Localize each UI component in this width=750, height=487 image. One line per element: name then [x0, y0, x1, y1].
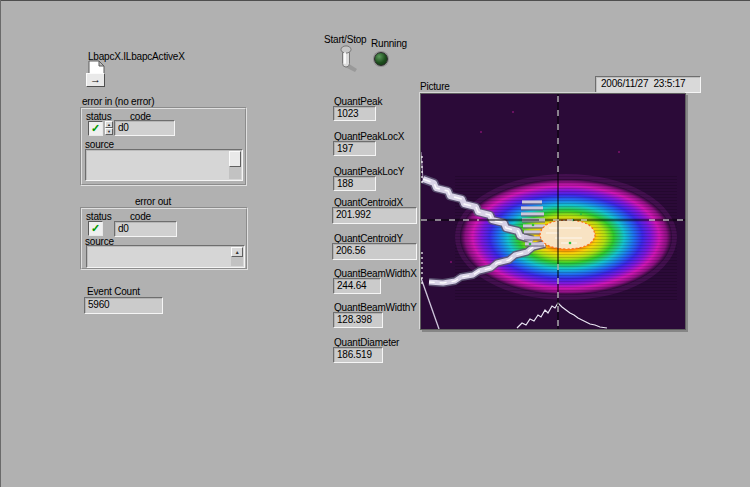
quant-peaklocx-field: 197 — [333, 141, 376, 156]
check-icon: ✓ — [91, 222, 100, 234]
start-stop-switch[interactable] — [334, 42, 360, 74]
automation-refnum-icon[interactable]: → — [85, 60, 109, 89]
spinner-up-icon[interactable]: ▲ — [105, 121, 113, 128]
timestamp-field: 2006/11/27 23:5:17 — [595, 76, 701, 93]
labview-front-panel: { "refnum": { "label": "LbapcX.ILbapcAct… — [0, 0, 750, 487]
error-out-cluster: status code ✓ d0 source ▲ — [80, 207, 248, 270]
running-led — [374, 52, 388, 66]
error-in-code-field[interactable]: d0 — [114, 120, 175, 136]
spinner-down-icon[interactable]: ▼ — [105, 128, 113, 135]
error-in-status-checkbox[interactable]: ✓ — [88, 121, 103, 136]
picture-label: Picture — [420, 81, 450, 92]
error-out-source-scrollbar[interactable]: ▲ — [231, 247, 243, 266]
quant-peak-field: 1023 — [333, 106, 376, 121]
scrollbar-thumb[interactable] — [229, 151, 241, 167]
error-in-source-scrollbar[interactable] — [229, 151, 241, 179]
window-top-edge — [0, 0, 750, 1]
error-in-cluster: status code ✓ ▲ ▼ d0 source — [80, 107, 247, 186]
quant-beamwidthx-field: 244.64 — [333, 278, 381, 294]
error-in-source-field[interactable] — [85, 149, 243, 181]
error-out-status-checkbox: ✓ — [88, 221, 103, 236]
right-arrow-icon: → — [90, 73, 101, 85]
error-out-code-field: d0 — [114, 221, 177, 237]
check-icon: ✓ — [91, 122, 100, 134]
quant-beamwidthy-field: 128.398 — [333, 312, 383, 328]
saturated-core — [540, 220, 595, 249]
quant-centroidy-field: 206.56 — [332, 243, 417, 260]
scroll-up-icon[interactable]: ▲ — [231, 247, 243, 257]
refnum-arrow-button[interactable]: → — [86, 73, 105, 87]
event-count-label: Event Count — [87, 286, 140, 297]
error-in-code-spinner[interactable]: ▲ ▼ — [105, 121, 113, 135]
running-label: Running — [371, 38, 407, 49]
error-in-title: error in (no error) — [82, 96, 154, 107]
window-left-edge — [0, 0, 1, 487]
event-count-field: 5960 — [84, 297, 163, 314]
beam-profile-picture — [420, 93, 686, 330]
quant-peaklocy-field: 188 — [333, 176, 376, 191]
error-out-source-field: ▲ — [86, 245, 245, 268]
quant-centroidx-field: 201.992 — [332, 207, 417, 224]
quant-diameter-field: 186.519 — [333, 347, 383, 363]
beam-image — [421, 94, 685, 329]
error-out-title: error out — [135, 196, 171, 207]
